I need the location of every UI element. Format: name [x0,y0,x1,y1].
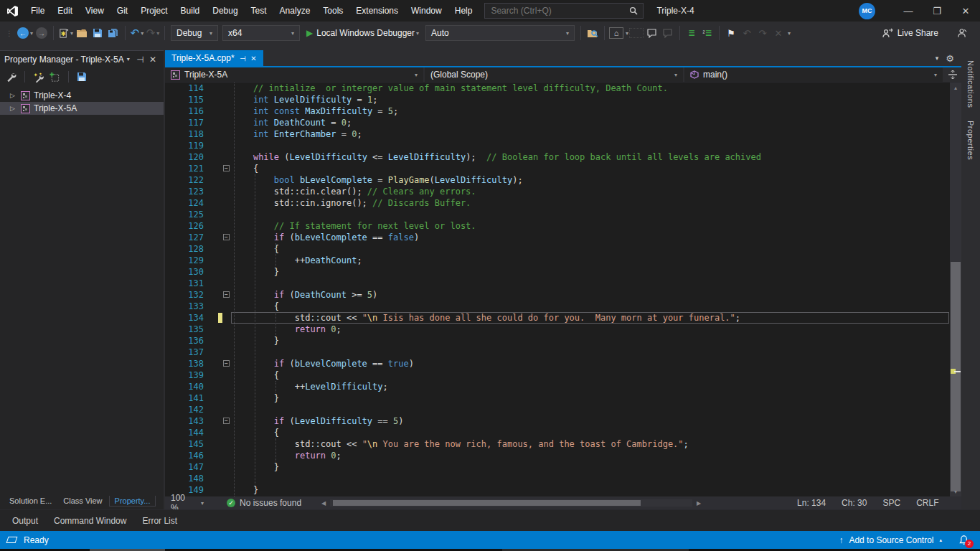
code-line[interactable]: 118 int EnterChamber = 0; [165,128,950,140]
menu-git[interactable]: Git [110,0,134,22]
toolbar-grip[interactable]: ⋮ [6,29,14,37]
issues-indicator[interactable]: No issues found [227,498,301,508]
code-line[interactable]: 134 std::cout << "\n Isis has done all s… [165,312,950,324]
code-line[interactable]: 123 std::cin.clear(); // Clears any erro… [165,186,950,197]
space-mode-indicator[interactable]: SPC [882,498,900,508]
navigate-backward-icon[interactable] [17,25,33,41]
search-box[interactable] [484,3,644,19]
save-sheet-icon[interactable] [77,72,87,82]
code-line[interactable]: 143− if (LevelDifficulty == 5) [165,415,950,427]
fold-collapse-icon[interactable]: − [223,418,230,424]
menu-analyze[interactable]: Analyze [273,0,317,22]
project-dropdown[interactable]: Triple-X-5A [165,67,425,82]
notifications-bell[interactable]: 2 [959,535,969,545]
open-folder-icon[interactable] [75,25,89,41]
start-debugging-button[interactable]: Local Windows Debugger [306,28,419,38]
code-line[interactable]: 117 int DeathCount = 0; [165,117,950,128]
menu-file[interactable]: File [24,0,51,22]
bottom-tab-error-list[interactable]: Error List [136,514,184,528]
code-line[interactable]: 129 ++DeathCount; [165,255,950,266]
menu-debug[interactable]: Debug [206,0,244,22]
code-line[interactable]: 137 [165,347,950,358]
send-feedback-icon[interactable] [954,25,969,41]
next-bookmark-icon[interactable] [755,25,770,41]
search-icon[interactable] [624,6,643,15]
fold-collapse-icon[interactable]: − [223,234,230,240]
horizontal-scrollbar-thumb[interactable] [333,500,641,506]
auto-dropdown[interactable]: Auto [425,25,575,41]
code-line[interactable]: 149 } [165,484,950,496]
bookmark-dropdown-icon[interactable] [788,30,791,37]
redo-icon[interactable] [146,25,160,41]
undo-icon[interactable] [130,25,144,41]
vertical-scrollbar[interactable] [950,83,961,496]
uncomment-icon[interactable] [661,25,675,41]
account-avatar[interactable]: MC [859,3,875,19]
expand-icon[interactable] [10,92,17,99]
scroll-down-icon[interactable] [950,486,961,496]
code-line[interactable]: 114 // intialize or interger value of ma… [165,83,950,94]
code-line[interactable]: 147 } [165,461,950,473]
code-line[interactable]: 139 { [165,369,950,381]
search-input[interactable] [485,6,624,16]
expand-icon[interactable] [10,105,17,112]
panel-close-icon[interactable] [146,55,159,65]
add-existing-property-sheet-icon[interactable] [49,72,60,83]
prev-bookmark-icon[interactable] [740,25,754,41]
decrease-indent-icon[interactable] [684,25,699,41]
menu-project[interactable]: Project [134,0,174,22]
pin-icon[interactable] [133,55,146,65]
code-line[interactable]: 135 return 0; [165,324,950,335]
find-in-files-icon[interactable] [585,25,600,41]
bookmark-icon[interactable] [724,25,738,41]
code-line[interactable]: 138− if (bLevelComplete == true) [165,358,950,369]
gear-icon[interactable] [946,53,954,64]
tab-list-dropdown-icon[interactable] [936,55,939,62]
scroll-up-icon[interactable] [950,83,961,93]
menu-help[interactable]: Help [448,0,479,22]
panel-tab-solutione[interactable]: Solution E... [4,496,57,506]
code-line[interactable]: 128 { [165,243,950,255]
code-line[interactable]: 120 while (LevelDifficulty <= LevelDiffi… [165,151,950,163]
add-to-source-control-button[interactable]: Add to Source Control [849,535,933,545]
code-line[interactable]: 144 { [165,427,950,438]
save-icon[interactable] [90,25,105,41]
code-line[interactable]: 140 ++LevelDifficulty; [165,381,950,392]
hscroll-right-icon[interactable] [694,500,704,507]
code-line[interactable]: 142 [165,404,950,415]
line-indicator[interactable]: Ln: 134 [797,498,826,508]
quick-info-icon[interactable] [629,28,644,38]
menu-extensions[interactable]: Extensions [349,0,405,22]
solution-configurations-dropdown[interactable]: Debug [171,25,218,41]
code-line[interactable]: 124 std::cin.ignore(); // Discards Buffe… [165,197,950,209]
code-line[interactable]: 141 } [165,392,950,404]
add-new-property-sheet-icon[interactable]: ✦✦ [33,72,44,83]
live-share-button[interactable]: Live Share [882,28,938,38]
menu-view[interactable]: View [79,0,110,22]
menu-edit[interactable]: Edit [51,0,79,22]
comment-icon[interactable] [645,25,659,41]
hscroll-left-icon[interactable] [319,500,329,507]
document-tab[interactable]: Triple-X-5A.cpp* [165,50,263,66]
property-manager-header[interactable]: Property Manager - Triple-X-5A [0,51,164,67]
new-project-icon[interactable]: ✱ [58,25,73,41]
vertical-scrollbar-thumb[interactable] [951,262,961,491]
navigate-forward-icon[interactable] [34,25,49,41]
fold-collapse-icon[interactable]: − [223,165,230,171]
panel-tab-classview[interactable]: Class View [58,496,107,506]
fold-collapse-icon[interactable]: − [223,360,230,367]
solution-platforms-dropdown[interactable]: x64 [222,25,300,41]
horizontal-scrollbar[interactable] [330,499,692,507]
menu-test[interactable]: Test [245,0,273,22]
properties-wrench-icon[interactable] [6,72,17,83]
split-editor-handle[interactable] [944,67,961,82]
tab-close-icon[interactable] [250,55,256,62]
code-line[interactable]: 146 return 0; [165,450,950,461]
tree-item-triple-x-5a[interactable]: Triple-X-5A [0,102,164,115]
code-line[interactable]: 133 { [165,301,950,312]
code-line[interactable]: 115 int LevelDifficulty = 1; [165,94,950,105]
tab-pin-icon[interactable] [240,55,246,62]
menu-window[interactable]: Window [405,0,448,22]
code-line[interactable]: 130 } [165,266,950,278]
code-line[interactable]: 116 int const MaxDifficulty = 5; [165,105,950,117]
